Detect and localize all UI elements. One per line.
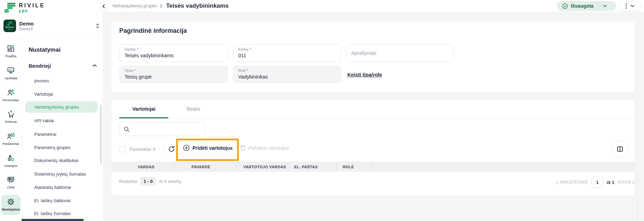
- role-field: Rolė * Vadybininkas: [233, 66, 341, 83]
- page-number-input[interactable]: [591, 177, 603, 188]
- column-settings-button[interactable]: [612, 141, 628, 157]
- rail-item-pirkimai[interactable]: Pirkimai: [1, 110, 21, 128]
- add-users-button[interactable]: Pridėti vartotojus: [183, 145, 233, 151]
- sidebar-top-divider: [0, 38, 103, 38]
- sidebar-group-bendrieji[interactable]: Bendrieji: [29, 61, 97, 70]
- breadcrumb: Vartotojų/teisių grupės Teisės vadybinin…: [112, 0, 229, 12]
- column-header-vardas: VARDAS: [112, 162, 175, 172]
- role-label: Rolė: [238, 68, 246, 73]
- tab-vartotojai[interactable]: Vartotojai: [119, 100, 168, 118]
- rail-label: CRM: [7, 185, 15, 189]
- save-status-button[interactable]: Išsaugota: [557, 1, 598, 11]
- aprasymas-field[interactable]: Aprašymas: [346, 44, 454, 62]
- next-page-button[interactable]: KITAS: [618, 180, 635, 185]
- users-search-input[interactable]: [132, 123, 205, 136]
- previous-page-label: ANKSTESNIS: [560, 180, 588, 185]
- main-info-title: Pagrindinė informacija: [119, 27, 187, 35]
- dashboard-icon: [7, 44, 15, 53]
- rail-label: Atsargos: [4, 164, 17, 168]
- sidebar-item-sisteminiu-ivykiu-zurnalas[interactable]: Sisteminių įvykių žurnalas: [25, 168, 98, 180]
- brand-bars-icon: [4, 2, 16, 13]
- required-mark: *: [134, 68, 136, 73]
- app-logo[interactable]: RIVILE ERP: [4, 2, 45, 13]
- app-window: RIVILE ERP RIVILE ERP Demo DemoX: [0, 0, 644, 221]
- sidebar: RIVILE ERP RIVILE ERP Demo DemoX: [0, 0, 103, 221]
- rail-item-crm[interactable]: CRM: [1, 176, 21, 194]
- rail-item-pardavimai[interactable]: Pardavimai: [1, 132, 21, 150]
- sidebar-group-label: Bendrieji: [29, 63, 51, 69]
- rail-label: Pardavimai: [2, 142, 19, 146]
- brand-name: RIVILE: [19, 2, 45, 8]
- sidebar-item-el-laisku-sablonai[interactable]: El. laiškų šablonai: [25, 195, 98, 206]
- workspace-avatar: RIVILE ERP: [3, 20, 16, 32]
- rail-item-personalas[interactable]: Personalas: [1, 88, 21, 106]
- column-header-pavarde: PAVARDĖ: [175, 162, 236, 172]
- sidebar-item-ataskaitu-sablonai[interactable]: Ataskaitų šablonai: [25, 182, 98, 193]
- crm-icon: [7, 176, 15, 184]
- rail-item-nustatymai[interactable]: Nustatymai: [1, 195, 21, 215]
- change-type-role-link[interactable]: Keisti tipą/rolę: [347, 72, 382, 78]
- users-search-box[interactable]: [119, 122, 206, 136]
- tipas-field: Tipas * Teisių grupė: [119, 66, 228, 83]
- chart-board-icon: [7, 66, 15, 75]
- kodas-field[interactable]: Kodas * 011: [233, 44, 341, 62]
- save-dropdown-button[interactable]: [598, 1, 612, 11]
- rail-item-atsargos[interactable]: Atsargos: [1, 154, 21, 172]
- role-value: Vadybininkas: [238, 73, 336, 81]
- aprasymas-placeholder: Aprašymas: [351, 50, 377, 56]
- chevron-up-icon: [92, 64, 97, 67]
- rail-item-pradzia[interactable]: Pradžia: [1, 44, 21, 62]
- sidebar-item-api-raktai[interactable]: API raktai: [25, 115, 98, 126]
- workspace-code: DemoX: [19, 27, 96, 31]
- tipas-value: Teisių grupė: [124, 73, 223, 81]
- cart-icon: [7, 110, 15, 118]
- brand-product: ERP: [19, 9, 45, 13]
- vardas-value: Teisės vadybininkams: [124, 52, 223, 59]
- columns-icon: [616, 146, 623, 153]
- sidebar-item-el-laisku-zurnalas[interactable]: El. laiškų žurnalas: [25, 208, 98, 219]
- sidebar-item-parametrai[interactable]: Parametrai: [25, 128, 98, 140]
- check-circle-icon: [562, 3, 568, 9]
- tab-teises[interactable]: Teisės: [168, 100, 218, 118]
- select-all-checkbox[interactable]: [119, 146, 126, 152]
- breadcrumb-parent[interactable]: Vartotojų/teisių grupės: [112, 3, 157, 8]
- main-info-card: Pagrindinė informacija Vardas * Teisės v…: [112, 22, 635, 93]
- kodas-value: 011: [238, 52, 336, 59]
- remove-users-button[interactable]: Pašalinti vartotojus: [240, 145, 289, 151]
- sidebar-item-dokumentu-skaitliukai[interactable]: Dokumentų skaitliukai: [25, 155, 98, 166]
- trash-icon: [240, 145, 246, 151]
- users-card: Vartotojai Teisės Pasirinkta: 0: [112, 100, 635, 196]
- toolbar-divider: [164, 144, 164, 154]
- selected-count-label: Pasirinkta: 0: [130, 147, 156, 152]
- column-header-vartotojo-vardas: VARTOTOJO VARDAS: [236, 162, 288, 172]
- kebab-menu-button[interactable]: [626, 3, 627, 9]
- column-header-el-pastas: EL. PAŠTAS: [288, 162, 337, 172]
- people-icon: [7, 88, 15, 97]
- workspace-selector[interactable]: RIVILE ERP Demo DemoX: [3, 18, 100, 34]
- sidebar-horizontal-scrollbar[interactable]: [22, 219, 84, 221]
- sidebar-item-imones[interactable]: Įmonės: [25, 75, 98, 87]
- previous-page-button[interactable]: ANKSTESNIS: [556, 180, 588, 185]
- tipas-label: Tipas: [124, 68, 133, 73]
- save-status-pill: Išsaugota: [557, 1, 616, 11]
- next-page-label: KITAS: [618, 180, 631, 185]
- back-button[interactable]: [99, 1, 108, 11]
- rail-label: Apskaita: [5, 76, 17, 80]
- sidebar-item-parametru-grupes[interactable]: Parametrų grupės: [25, 142, 98, 153]
- refresh-button[interactable]: [168, 145, 175, 153]
- tabs-divider: [112, 118, 635, 118]
- more-dropdown-button[interactable]: [630, 5, 635, 7]
- save-status-label: Išsaugota: [571, 3, 593, 9]
- rail-label: Pirkimai: [5, 120, 17, 124]
- sidebar-scrollbar[interactable]: [100, 105, 102, 163]
- page-scrollbar-track[interactable]: [637, 174, 638, 221]
- sidebar-item-vartotoju-teisiu-grupes[interactable]: Vartotojų/teisių grupės: [25, 101, 98, 113]
- kodas-label: Kodas: [238, 47, 249, 51]
- vardas-field[interactable]: Vardas * Teisės vadybininkams: [119, 44, 228, 62]
- rail-item-apskaita[interactable]: Apskaita: [1, 66, 21, 84]
- rail-label: Nustatymai: [2, 207, 20, 211]
- sales-icon: [7, 132, 15, 140]
- table-header-row: VARDAS PAVARDĖ VARTOTOJO VARDAS EL. PAŠT…: [112, 162, 635, 172]
- sidebar-item-vartotojai[interactable]: Vartotojai: [25, 88, 98, 100]
- more-menu-pill: [619, 1, 641, 11]
